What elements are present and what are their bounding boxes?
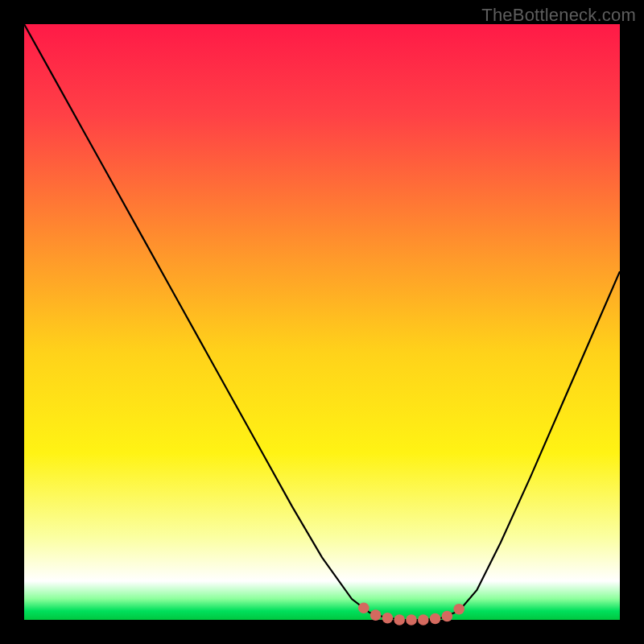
bottleneck-chart: [0, 0, 644, 644]
marker-dot: [394, 614, 405, 625]
marker-dot: [406, 614, 417, 625]
marker-dot: [430, 613, 441, 625]
marker-dot: [358, 602, 369, 613]
marker-dot: [370, 609, 382, 621]
marker-dot: [442, 611, 453, 622]
marker-dot: [418, 614, 429, 625]
plot-background: [24, 24, 620, 620]
marker-dot: [453, 604, 464, 615]
marker-dot: [382, 613, 394, 624]
watermark-text: TheBottleneck.com: [481, 5, 636, 26]
chart-frame: TheBottleneck.com: [0, 0, 644, 644]
